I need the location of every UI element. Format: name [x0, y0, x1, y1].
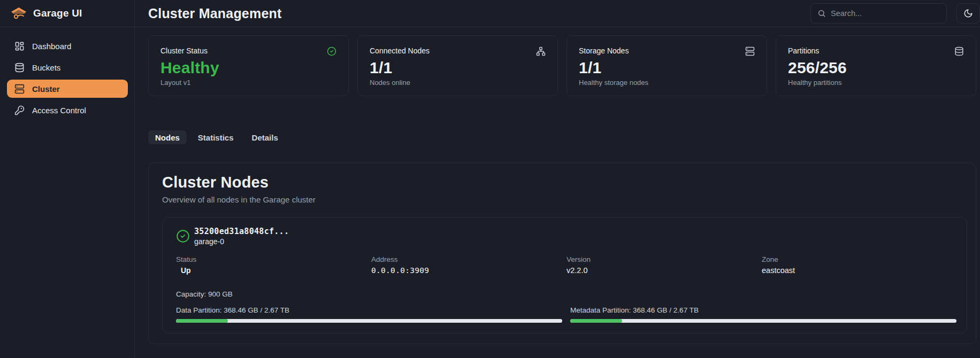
- stat-label: Storage Nodes: [579, 46, 754, 55]
- database-icon: [954, 46, 964, 56]
- field-value: eastcoast: [762, 266, 957, 275]
- sidebar-item-cluster[interactable]: Cluster: [7, 80, 128, 98]
- sidebar-item-dashboard[interactable]: Dashboard: [7, 37, 128, 55]
- theme-toggle-button[interactable]: [956, 3, 980, 24]
- node-id: 35200ed31a8048cf...: [194, 227, 289, 236]
- data-partition-label: Data Partition: 368.46 GB / 2.67 TB: [176, 306, 562, 314]
- stat-sub: Nodes online: [370, 79, 545, 87]
- node-field-zone: Zone eastcoast: [762, 255, 957, 275]
- stat-label: Cluster Status: [160, 46, 335, 55]
- key-icon: [14, 105, 25, 115]
- app-title: Garage UI: [33, 7, 82, 19]
- stat-label: Connected Nodes: [370, 46, 545, 55]
- server-icon: [745, 46, 755, 56]
- header-actions: [810, 3, 980, 24]
- node-capacity: Capacity: 900 GB: [176, 290, 953, 298]
- main-content: Cluster Status Healthy Layout v1 Connect…: [135, 28, 980, 358]
- search-icon: [817, 9, 826, 18]
- network-icon: [536, 46, 546, 56]
- node-card[interactable]: 35200ed31a8048cf... garage-0 Status Up A…: [162, 217, 967, 333]
- app-logo-row: Garage UI: [0, 0, 134, 27]
- sidebar-item-buckets[interactable]: Buckets: [7, 58, 128, 76]
- field-label: Address: [371, 255, 566, 263]
- metadata-partition: Metadata Partition: 368.46 GB / 2.67 TB: [570, 306, 956, 323]
- stat-sub: Healthy storage nodes: [579, 79, 754, 87]
- stat-card-partitions: Partitions 256/256 Healthy partitions: [776, 35, 976, 96]
- garage-logo-icon: [11, 7, 27, 20]
- node-field-version: Version v2.2.0: [566, 255, 762, 275]
- field-value: v2.2.0: [566, 266, 762, 275]
- metadata-partition-progressbar: [570, 319, 956, 323]
- tab-bar: Nodes Statistics Details: [148, 130, 976, 144]
- partition-usage: Data Partition: 368.46 GB / 2.67 TB Meta…: [176, 306, 956, 323]
- sidebar: Garage UI Dashboard Buckets Cluster Acce…: [0, 0, 135, 358]
- stat-card-storage-nodes: Storage Nodes 1/1 Healthy storage nodes: [566, 35, 767, 96]
- stat-label: Partitions: [788, 46, 963, 55]
- dashboard-icon: [14, 41, 25, 51]
- data-partition-progressbar: [176, 319, 562, 323]
- check-circle-icon: [327, 46, 336, 56]
- tab-nodes[interactable]: Nodes: [148, 130, 187, 144]
- sidebar-item-label: Dashboard: [32, 42, 71, 51]
- sidebar-nav: Dashboard Buckets Cluster Access Control: [0, 27, 134, 119]
- stat-value: 256/256: [788, 59, 963, 77]
- stat-value: 1/1: [370, 59, 545, 77]
- node-header: 35200ed31a8048cf... garage-0: [176, 227, 953, 246]
- field-label: Status: [176, 255, 371, 263]
- node-field-status: Status Up: [176, 255, 371, 275]
- tab-details[interactable]: Details: [245, 130, 285, 144]
- cluster-nodes-title: Cluster Nodes: [162, 174, 967, 191]
- sidebar-item-access-control[interactable]: Access Control: [7, 101, 128, 119]
- sidebar-item-label: Access Control: [32, 106, 86, 115]
- node-fields: Status Up Address 0.0.0.0:3909 Version v…: [176, 255, 957, 275]
- sidebar-item-label: Buckets: [32, 63, 60, 72]
- page-title: Cluster Management: [148, 6, 282, 21]
- stat-sub: Layout v1: [160, 79, 335, 87]
- field-label: Zone: [762, 255, 957, 263]
- check-circle-icon: [176, 229, 190, 243]
- server-icon: [14, 84, 25, 94]
- stat-card-cluster-status: Cluster Status Healthy Layout v1: [148, 35, 349, 96]
- field-value: 0.0.0.0:3909: [371, 266, 566, 275]
- cluster-nodes-card: Cluster Nodes Overview of all nodes in t…: [148, 162, 976, 344]
- cluster-nodes-subtitle: Overview of all nodes in the Garage clus…: [162, 195, 967, 204]
- header: Cluster Management: [135, 0, 980, 27]
- stat-sub: Healthy partitions: [788, 79, 963, 87]
- search-input[interactable]: [831, 9, 940, 18]
- stat-value: Healthy: [160, 59, 335, 77]
- stat-card-row: Cluster Status Healthy Layout v1 Connect…: [148, 35, 976, 96]
- stat-value: 1/1: [579, 59, 754, 77]
- field-label: Version: [566, 255, 762, 263]
- node-identity: 35200ed31a8048cf... garage-0: [194, 227, 289, 246]
- status-badge: Up: [176, 266, 371, 275]
- tab-statistics[interactable]: Statistics: [191, 130, 241, 144]
- sidebar-item-label: Cluster: [32, 84, 60, 94]
- buckets-icon: [14, 63, 25, 73]
- metadata-partition-label: Metadata Partition: 368.46 GB / 2.67 TB: [570, 306, 956, 314]
- moon-icon: [963, 9, 973, 18]
- progress-fill: [570, 319, 622, 323]
- node-field-address: Address 0.0.0.0:3909: [371, 255, 566, 275]
- stat-card-connected-nodes: Connected Nodes 1/1 Nodes online: [357, 35, 558, 96]
- data-partition: Data Partition: 368.46 GB / 2.67 TB: [176, 306, 562, 323]
- search-box[interactable]: [810, 3, 947, 24]
- progress-fill: [176, 319, 228, 323]
- node-hostname: garage-0: [194, 237, 289, 246]
